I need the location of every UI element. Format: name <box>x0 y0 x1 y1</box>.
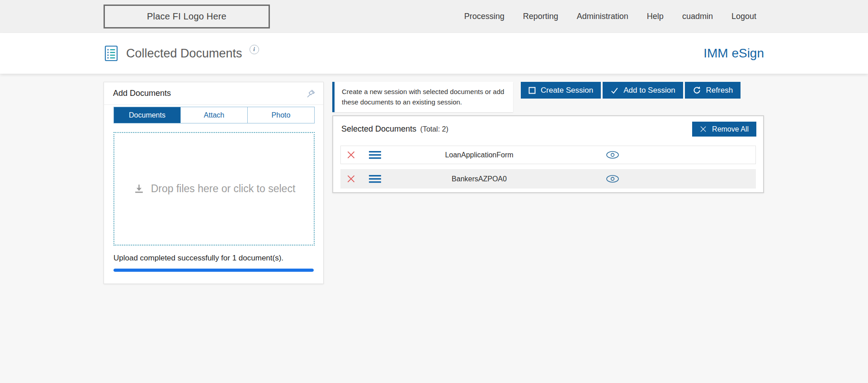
add-documents-tabs: Documents Attach Photo <box>113 107 315 123</box>
nav-help[interactable]: Help <box>647 12 664 21</box>
page-title-group: Collected Documents i <box>104 45 259 62</box>
pin-icon[interactable] <box>306 89 316 99</box>
page-title: Collected Documents <box>126 47 242 61</box>
selected-documents-title-group: Selected Documents (Total: 2) <box>341 124 448 134</box>
topbar: Place FI Logo Here Processing Reporting … <box>0 0 868 33</box>
session-info-text: Create a new session with selected docum… <box>342 88 504 106</box>
session-actions: Create Session Add to Session Refresh <box>521 82 741 99</box>
tab-attach[interactable]: Attach <box>180 107 247 123</box>
upload-progress-fill <box>113 269 314 272</box>
drag-handle-icon[interactable] <box>361 175 389 183</box>
fi-logo-text: Place FI Logo Here <box>147 11 226 22</box>
download-icon <box>133 183 145 194</box>
add-documents-title: Add Documents <box>113 89 171 98</box>
selected-documents-header: Selected Documents (Total: 2) Remove All <box>333 116 763 137</box>
tab-photo[interactable]: Photo <box>247 107 314 123</box>
drag-handle-icon[interactable] <box>361 151 389 159</box>
collected-documents-icon <box>104 45 119 62</box>
info-icon[interactable]: i <box>250 45 259 54</box>
page-header: Collected Documents i IMM eSign <box>0 33 868 74</box>
selected-documents-panel: Selected Documents (Total: 2) Remove All <box>332 115 764 193</box>
remove-all-button[interactable]: Remove All <box>692 122 756 137</box>
document-row: LoanApplicationForm <box>340 146 756 164</box>
create-session-button[interactable]: Create Session <box>521 82 601 99</box>
add-documents-panel: Add Documents Documents Attach Photo <box>104 82 324 284</box>
refresh-button[interactable]: Refresh <box>685 82 741 99</box>
fi-logo-placeholder: Place FI Logo Here <box>104 5 270 28</box>
brand-imm-esign: IMM eSign <box>703 46 764 61</box>
preview-eye-icon[interactable] <box>570 175 656 183</box>
top-navigation: Processing Reporting Administration Help… <box>464 12 756 21</box>
delete-document-icon[interactable] <box>341 151 361 159</box>
dropzone-label: Drop files here or click to select <box>151 183 296 195</box>
document-rows: LoanApplicationForm <box>340 146 756 189</box>
nav-user-cuadmin[interactable]: cuadmin <box>682 12 713 21</box>
remove-all-label: Remove All <box>712 125 749 133</box>
add-to-session-label: Add to Session <box>623 86 675 95</box>
refresh-icon <box>693 86 701 95</box>
nav-processing[interactable]: Processing <box>464 12 505 21</box>
tab-documents[interactable]: Documents <box>114 107 180 123</box>
create-session-label: Create Session <box>541 86 593 95</box>
document-row: BankersAZPOA0 <box>340 169 756 189</box>
add-to-session-button[interactable]: Add to Session <box>603 82 683 99</box>
selected-documents-total: (Total: 2) <box>420 125 448 133</box>
nav-administration[interactable]: Administration <box>577 12 628 21</box>
delete-document-icon[interactable] <box>341 175 361 183</box>
main-content: Add Documents Documents Attach Photo <box>0 74 868 383</box>
preview-eye-icon[interactable] <box>570 151 656 159</box>
add-documents-header: Add Documents <box>104 82 323 105</box>
selected-documents-title: Selected Documents <box>341 124 416 133</box>
x-icon <box>700 126 707 132</box>
file-dropzone[interactable]: Drop files here or click to select <box>113 132 315 246</box>
checkmark-icon <box>610 86 618 95</box>
nav-logout[interactable]: Logout <box>731 12 756 21</box>
upload-status-text: Upload completed successfully for 1 docu… <box>113 254 314 263</box>
document-name: LoanApplicationForm <box>389 151 570 159</box>
session-info-note: Create a new session with selected docum… <box>332 82 513 112</box>
refresh-label: Refresh <box>706 86 733 95</box>
nav-reporting[interactable]: Reporting <box>523 12 558 21</box>
upload-progress-bar <box>113 269 314 272</box>
document-name: BankersAZPOA0 <box>389 175 570 183</box>
square-icon <box>528 87 536 94</box>
